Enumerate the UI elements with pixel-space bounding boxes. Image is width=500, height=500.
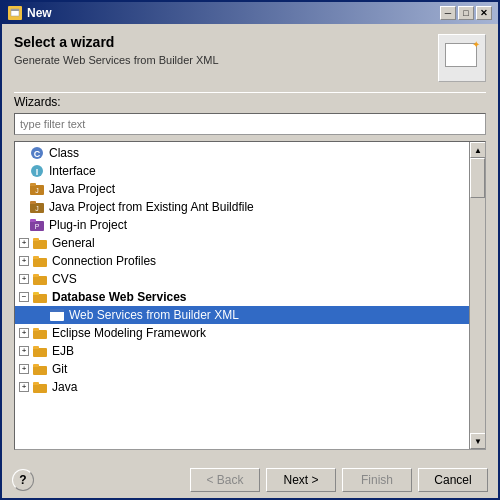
java-project-ant-icon: J: [29, 199, 45, 215]
tree-item-eclipse-modeling[interactable]: + Eclipse Modeling Framework: [15, 324, 469, 342]
java-project-ant-label: Java Project from Existing Ant Buildfile: [49, 200, 254, 214]
database-web-services-label: Database Web Services: [52, 290, 187, 304]
expand-git-icon[interactable]: +: [19, 364, 29, 374]
expand-eclipse-icon[interactable]: +: [19, 328, 29, 338]
title-bar-left: New: [8, 6, 52, 20]
tree-item-web-services-builder[interactable]: Web Services from Builder XML: [15, 306, 469, 324]
scroll-up-button[interactable]: ▲: [470, 142, 486, 158]
svg-rect-25: [33, 330, 47, 339]
general-label: General: [52, 236, 95, 250]
interface-label: Interface: [49, 164, 96, 178]
plugin-project-label: Plug-in Project: [49, 218, 127, 232]
java-folder-icon: [32, 379, 48, 395]
window-title: New: [27, 6, 52, 20]
svg-rect-17: [33, 258, 47, 267]
tree-item-class[interactable]: C Class: [15, 144, 469, 162]
tree-item-ejb[interactable]: + EJB: [15, 342, 469, 360]
eclipse-folder-icon: [32, 325, 48, 341]
tree-item-java-project[interactable]: J Java Project: [15, 180, 469, 198]
git-folder-icon: [32, 361, 48, 377]
tree-item-plugin-project[interactable]: P Plug-in Project: [15, 216, 469, 234]
svg-text:J: J: [35, 187, 39, 194]
cvs-label: CVS: [52, 272, 77, 286]
plugin-project-icon: P: [29, 217, 45, 233]
svg-rect-21: [33, 294, 47, 303]
web-services-icon: [49, 307, 65, 323]
ejb-folder-icon: [32, 343, 48, 359]
svg-rect-18: [33, 256, 39, 259]
svg-rect-15: [33, 240, 47, 249]
minimize-button[interactable]: ─: [440, 6, 456, 20]
scroll-thumb[interactable]: [470, 158, 485, 198]
svg-rect-22: [33, 292, 39, 295]
eclipse-modeling-label: Eclipse Modeling Framework: [52, 326, 206, 340]
content-area: Select a wizard Generate Web Services fr…: [2, 24, 498, 460]
class-label: Class: [49, 146, 79, 160]
header-section: Select a wizard Generate Web Services fr…: [14, 34, 486, 82]
help-button[interactable]: ?: [12, 469, 34, 491]
svg-rect-26: [33, 328, 39, 331]
connection-folder-icon: [32, 253, 48, 269]
svg-rect-29: [33, 366, 47, 375]
expand-db-web-icon[interactable]: −: [19, 292, 29, 302]
ejb-label: EJB: [52, 344, 74, 358]
wizard-icon: [438, 34, 486, 82]
tree-item-cvs[interactable]: + CVS: [15, 270, 469, 288]
svg-rect-28: [33, 346, 39, 349]
tree-item-database-web-services[interactable]: − Database Web Services: [15, 288, 469, 306]
connection-profiles-label: Connection Profiles: [52, 254, 156, 268]
window-icon: [8, 6, 22, 20]
tree-item-connection-profiles[interactable]: + Connection Profiles: [15, 252, 469, 270]
tree-item-general[interactable]: + General: [15, 234, 469, 252]
svg-rect-27: [33, 348, 47, 357]
java-project-label: Java Project: [49, 182, 115, 196]
wizards-label: Wizards:: [14, 95, 486, 109]
class-icon: C: [29, 145, 45, 161]
cancel-button[interactable]: Cancel: [418, 468, 488, 492]
svg-rect-7: [30, 183, 36, 186]
git-label: Git: [52, 362, 67, 376]
close-button[interactable]: ✕: [476, 6, 492, 20]
svg-rect-30: [33, 364, 39, 367]
header-separator: [14, 92, 486, 93]
wizard-title: Select a wizard: [14, 34, 219, 50]
maximize-button[interactable]: □: [458, 6, 474, 20]
tree-item-interface[interactable]: I Interface: [15, 162, 469, 180]
nav-buttons: < Back Next > Finish Cancel: [190, 468, 488, 492]
svg-text:J: J: [35, 205, 39, 212]
filter-input[interactable]: [14, 113, 486, 135]
expand-cvs-icon[interactable]: +: [19, 274, 29, 284]
svg-rect-1: [11, 9, 19, 11]
scroll-track: [470, 158, 485, 433]
cvs-folder-icon: [32, 271, 48, 287]
header-text: Select a wizard Generate Web Services fr…: [14, 34, 219, 66]
expand-java-icon[interactable]: +: [19, 382, 29, 392]
expand-general-icon[interactable]: +: [19, 238, 29, 248]
tree-item-git[interactable]: + Git: [15, 360, 469, 378]
svg-rect-16: [33, 238, 39, 241]
expand-connection-icon[interactable]: +: [19, 256, 29, 266]
window-controls: ─ □ ✕: [440, 6, 492, 20]
db-web-folder-icon: [32, 289, 48, 305]
title-bar: New ─ □ ✕: [2, 2, 498, 24]
svg-rect-20: [33, 274, 39, 277]
finish-button[interactable]: Finish: [342, 468, 412, 492]
bottom-bar: ? < Back Next > Finish Cancel: [2, 460, 498, 498]
svg-rect-13: [30, 219, 36, 222]
scroll-down-button[interactable]: ▼: [470, 433, 486, 449]
svg-rect-24: [50, 309, 64, 312]
svg-rect-19: [33, 276, 47, 285]
general-folder-icon: [32, 235, 48, 251]
tree-item-java[interactable]: + Java: [15, 378, 469, 396]
svg-rect-31: [33, 384, 47, 393]
next-button[interactable]: Next >: [266, 468, 336, 492]
interface-icon: I: [29, 163, 45, 179]
expand-ejb-icon[interactable]: +: [19, 346, 29, 356]
tree-scrollbar: ▲ ▼: [469, 142, 485, 449]
tree-container: C Class I Interface: [14, 141, 486, 450]
tree-list: C Class I Interface: [15, 142, 469, 449]
tree-item-java-project-ant[interactable]: J Java Project from Existing Ant Buildfi…: [15, 198, 469, 216]
back-button[interactable]: < Back: [190, 468, 260, 492]
java-project-icon: J: [29, 181, 45, 197]
svg-text:I: I: [36, 167, 39, 177]
